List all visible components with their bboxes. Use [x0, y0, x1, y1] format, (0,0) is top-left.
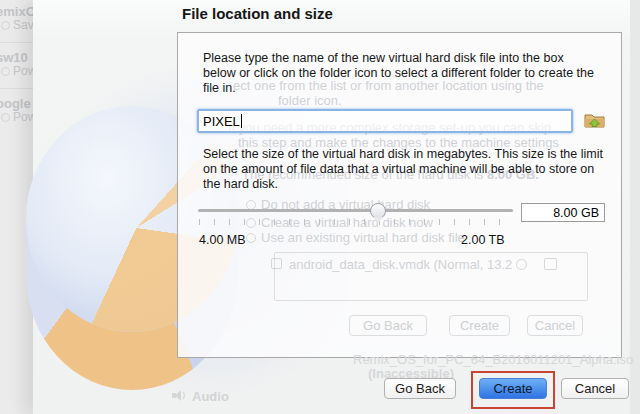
slider-max-label: 2.00 TB [461, 233, 505, 247]
disk-size-instructions: Select the size of the virtual hard disk… [203, 147, 610, 193]
faded-checkbox-icon [271, 258, 282, 269]
page-title: File location and size [182, 5, 333, 22]
screenshot-root: emixO Save sw10 Pow oogle Pow ect one fr… [0, 0, 640, 414]
vm-state-icon [1, 113, 10, 122]
file-name-instructions: Please type the name of the new virtual … [203, 51, 597, 97]
vm-state-icon [1, 67, 10, 76]
faded-refresh-icon [516, 259, 527, 270]
audio-icon [172, 389, 188, 402]
faded-cancel-button: Cancel [527, 315, 583, 336]
disk-name-input[interactable]: PIXEL [197, 109, 573, 133]
vm-list-item-name: emixO [0, 4, 36, 19]
choose-folder-button[interactable] [584, 111, 605, 129]
slider-min-label: 4.00 MB [199, 233, 246, 247]
disk-name-value: PIXEL [203, 114, 240, 129]
faded-disk-file-entry: android_data_disk.vmdk (Normal, 13.2 [289, 257, 512, 272]
vm-state-icon [1, 21, 10, 30]
vm-list-separator [0, 88, 34, 89]
annotation-highlight-box [471, 371, 555, 409]
faded-go-back-button: Go Back [349, 315, 427, 336]
size-slider-ticks [199, 219, 514, 225]
faded-iso-name: Remix_OS_for_PC_64_B2016011201_Alpha.iso [353, 352, 633, 367]
faded-radio-icon [246, 233, 256, 243]
vm-list-item-name: sw10 [0, 50, 28, 65]
text-cursor [241, 114, 242, 128]
faded-folder-icon [544, 258, 557, 270]
go-back-button[interactable]: Go Back [384, 378, 456, 399]
vm-list-separator [0, 42, 34, 43]
cancel-button[interactable]: Cancel [561, 378, 629, 399]
size-slider-handle[interactable] [370, 203, 386, 219]
audio-section-label: Audio [192, 389, 229, 404]
size-value-field[interactable]: 8.00 GB [521, 203, 605, 222]
faded-radio-label: Use an existing virtual hard disk file [261, 230, 465, 245]
size-slider-track[interactable] [198, 209, 513, 212]
faded-create-button: Create [449, 315, 510, 336]
